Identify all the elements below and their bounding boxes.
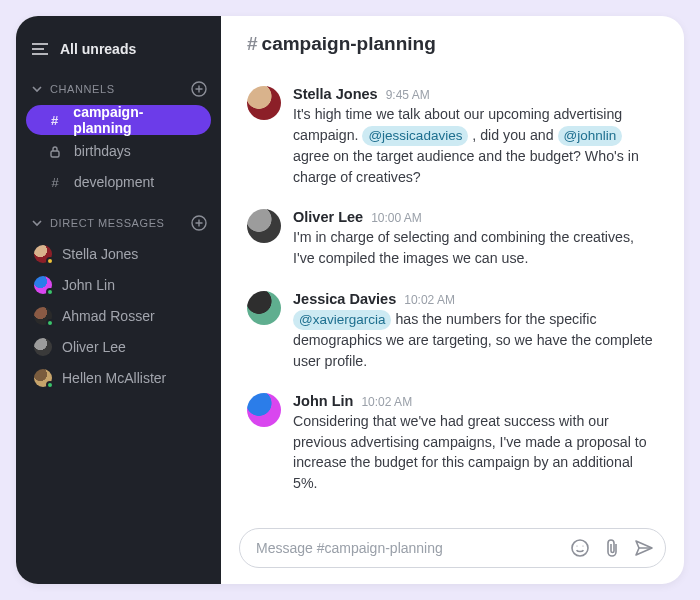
message-header: John Lin10:02 AM (293, 393, 658, 409)
message-author: John Lin (293, 393, 353, 409)
attachment-icon[interactable] (601, 537, 623, 559)
avatar (34, 307, 52, 325)
presence-dot (46, 381, 54, 389)
message-body: Jessica Davies10:02 AM@xaviergarcia has … (293, 291, 658, 372)
mention[interactable]: @johnlin (558, 126, 623, 147)
all-unreads-button[interactable]: All unreads (16, 34, 221, 64)
message-header: Stella Jones9:45 AM (293, 86, 658, 102)
composer-area (221, 520, 684, 584)
message-time: 10:02 AM (404, 293, 455, 307)
sidebar-item-label: campaign-planning (73, 104, 197, 136)
channel-name: campaign-planning (262, 33, 436, 55)
message-time: 9:45 AM (386, 88, 430, 102)
dm-item-label: Oliver Lee (62, 339, 126, 355)
text-run: , did you and (468, 127, 557, 143)
avatar (34, 369, 52, 387)
presence-dot (46, 288, 54, 296)
message-author: Jessica Davies (293, 291, 396, 307)
hash-icon: # (46, 113, 63, 128)
message-text: It's high time we talk about our upcomin… (293, 104, 658, 187)
message: Jessica Davies10:02 AM@xaviergarcia has … (247, 281, 658, 384)
sidebar-item-campaign-planning[interactable]: #campaign-planning (26, 105, 211, 135)
app-frame: All unreads CHANNELS #campaign-planningb… (16, 16, 684, 584)
menu-icon (32, 43, 48, 55)
message-body: John Lin10:02 AMConsidering that we've h… (293, 393, 658, 493)
channels-section-header[interactable]: CHANNELS (16, 74, 221, 104)
avatar (34, 276, 52, 294)
svg-rect-6 (51, 151, 59, 157)
message-text: I'm in charge of selecting and combining… (293, 227, 658, 268)
message-text: @xaviergarcia has the numbers for the sp… (293, 309, 658, 372)
dm-item-label: John Lin (62, 277, 115, 293)
dms-label: DIRECT MESSAGES (50, 217, 165, 229)
dm-item-john-lin[interactable]: John Lin (16, 270, 221, 300)
avatar (34, 245, 52, 263)
message: John Lin10:02 AMConsidering that we've h… (247, 383, 658, 505)
avatar (247, 393, 281, 427)
message: Oliver Lee10:00 AMI'm in charge of selec… (247, 199, 658, 280)
avatar (247, 209, 281, 243)
dm-item-label: Stella Jones (62, 246, 138, 262)
message-body: Oliver Lee10:00 AMI'm in charge of selec… (293, 209, 658, 268)
message-header: Jessica Davies10:02 AM (293, 291, 658, 307)
text-run: Considering that we've had great success… (293, 413, 647, 491)
message: Stella Jones9:45 AMIt's high time we tal… (247, 76, 658, 199)
message-author: Oliver Lee (293, 209, 363, 225)
dm-item-hellen-mcallister[interactable]: Hellen McAllister (16, 363, 221, 393)
svg-point-11 (576, 545, 577, 546)
avatar (34, 338, 52, 356)
svg-point-12 (582, 545, 583, 546)
avatar (247, 291, 281, 325)
sidebar-item-label: birthdays (74, 143, 131, 159)
message-composer[interactable] (239, 528, 666, 568)
dm-item-label: Hellen McAllister (62, 370, 166, 386)
add-dm-button[interactable] (191, 215, 207, 231)
mention[interactable]: @xaviergarcia (293, 310, 391, 331)
message-body: Stella Jones9:45 AMIt's high time we tal… (293, 86, 658, 187)
dm-item-oliver-lee[interactable]: Oliver Lee (16, 332, 221, 362)
add-channel-button[interactable] (191, 81, 207, 97)
svg-point-10 (572, 540, 588, 556)
message-text: Considering that we've had great success… (293, 411, 658, 493)
hash-icon: # (46, 175, 64, 190)
chevron-down-icon (32, 85, 42, 93)
sidebar-item-development[interactable]: #development (26, 167, 211, 197)
sidebar-item-label: development (74, 174, 154, 190)
dm-item-ahmad-rosser[interactable]: Ahmad Rosser (16, 301, 221, 331)
channels-list: #campaign-planningbirthdays#development (16, 104, 221, 198)
presence-dot (46, 319, 54, 327)
emoji-icon[interactable] (569, 537, 591, 559)
message-time: 10:00 AM (371, 211, 422, 225)
main-panel: # campaign-planning Stella Jones9:45 AMI… (221, 16, 684, 584)
message-input[interactable] (256, 540, 559, 556)
message-author: Stella Jones (293, 86, 378, 102)
send-icon[interactable] (633, 537, 655, 559)
channels-label: CHANNELS (50, 83, 115, 95)
dm-item-stella-jones[interactable]: Stella Jones (16, 239, 221, 269)
message-header: Oliver Lee10:00 AM (293, 209, 658, 225)
sidebar-item-birthdays[interactable]: birthdays (26, 136, 211, 166)
dms-list: Stella JonesJohn LinAhmad RosserOliver L… (16, 238, 221, 394)
hash-icon: # (247, 33, 258, 55)
lock-icon (46, 145, 64, 158)
presence-dot (46, 257, 54, 265)
text-run: I'm in charge of selecting and combining… (293, 229, 634, 266)
text-run: agree on the target audience and the bud… (293, 148, 639, 185)
sidebar: All unreads CHANNELS #campaign-planningb… (16, 16, 221, 584)
avatar (247, 86, 281, 120)
channel-header: # campaign-planning (221, 16, 684, 72)
dm-item-label: Ahmad Rosser (62, 308, 155, 324)
dms-section-header[interactable]: DIRECT MESSAGES (16, 208, 221, 238)
message-time: 10:02 AM (361, 395, 412, 409)
all-unreads-label: All unreads (60, 41, 136, 57)
messages-list[interactable]: Stella Jones9:45 AMIt's high time we tal… (221, 72, 684, 520)
mention[interactable]: @jessicadavies (362, 126, 468, 147)
chevron-down-icon (32, 219, 42, 227)
